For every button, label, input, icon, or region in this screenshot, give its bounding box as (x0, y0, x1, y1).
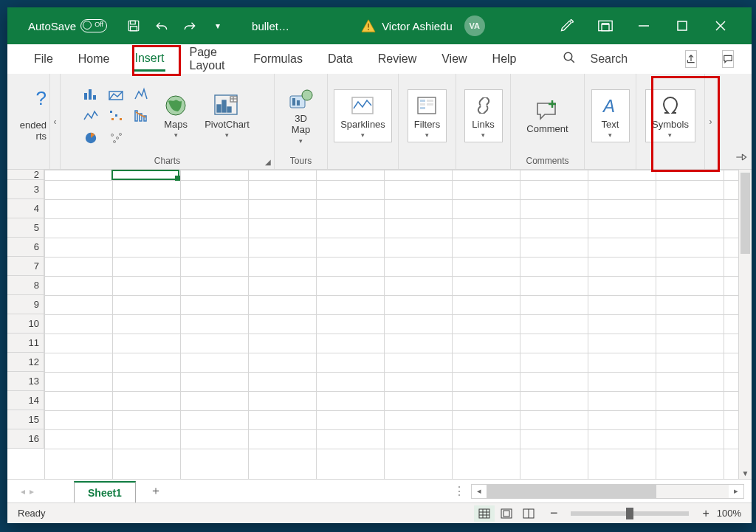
svg-rect-8 (678, 21, 687, 30)
share-button[interactable] (685, 50, 697, 68)
svg-rect-43 (420, 100, 425, 102)
tab-formulas[interactable]: Formulas (252, 48, 304, 70)
svg-rect-58 (504, 511, 509, 517)
ribbon-display-icon[interactable] (595, 15, 616, 36)
cell-selection (111, 170, 179, 180)
maximize-button[interactable] (672, 15, 693, 36)
zoom-slider[interactable] (571, 511, 689, 516)
svg-rect-39 (297, 100, 300, 106)
row-header[interactable]: 8 (7, 276, 44, 295)
row-header[interactable]: 15 (7, 410, 44, 429)
ribbon-tabs: File Home Insert Page Layout Formulas Da… (7, 44, 752, 74)
pivotchart-button[interactable]: PivotChart▾ (200, 91, 254, 141)
tab-file[interactable]: File (32, 48, 55, 70)
group-label-comments: Comments (526, 153, 568, 167)
svg-rect-18 (115, 114, 117, 117)
tab-page-layout[interactable]: Page Layout (188, 41, 230, 77)
save-icon[interactable] (126, 18, 141, 33)
tab-home[interactable]: Home (77, 48, 111, 70)
autosave-toggle[interactable]: AutoSave Off (28, 19, 107, 32)
close-button[interactable] (710, 15, 731, 36)
row-header[interactable]: 10 (7, 314, 44, 334)
svg-rect-2 (131, 27, 137, 31)
zoom-level[interactable]: 100% (717, 508, 741, 519)
links-button[interactable]: Links▾ (464, 89, 503, 143)
draw-mode-icon[interactable] (557, 15, 577, 36)
zoom-out-button[interactable]: − (550, 505, 558, 521)
svg-rect-17 (110, 111, 112, 113)
row-header[interactable]: 6 (7, 238, 44, 257)
svg-rect-14 (89, 89, 92, 100)
ribbon-insert: ? endedrts ‹ Maps▾ (7, 74, 752, 170)
status-ready: Ready (18, 508, 46, 519)
maps-button[interactable]: Maps▾ (159, 91, 193, 141)
svg-rect-46 (427, 100, 433, 102)
row-header[interactable]: 7 (7, 257, 44, 276)
row-header[interactable]: 12 (7, 353, 44, 372)
row-header[interactable]: 5 (7, 218, 44, 238)
row-header[interactable]: 16 (7, 429, 44, 449)
row-header[interactable]: 3 (7, 180, 44, 199)
row-header[interactable]: 14 (7, 391, 44, 410)
svg-rect-4 (368, 29, 369, 30)
tell-me-search[interactable]: Search (591, 52, 628, 66)
comments-pane-button[interactable] (722, 50, 734, 68)
chart-type-gallery[interactable] (80, 84, 151, 148)
zoom-in-button[interactable]: + (702, 507, 709, 520)
tab-help[interactable]: Help (491, 48, 518, 70)
view-page-layout-icon[interactable] (496, 505, 517, 522)
svg-rect-15 (93, 95, 96, 100)
svg-rect-3 (368, 24, 369, 28)
svg-point-28 (120, 134, 122, 136)
vertical-scrollbar[interactable]: ▼ (738, 170, 752, 479)
view-normal-icon[interactable] (474, 505, 495, 522)
ribbon-scroll-left[interactable]: ‹ (50, 74, 61, 169)
sparklines-button[interactable]: Sparklines▾ (334, 89, 392, 143)
svg-rect-1 (131, 21, 136, 24)
new-sheet-button[interactable]: ＋ (146, 482, 165, 501)
redo-button[interactable] (182, 18, 197, 33)
svg-rect-33 (227, 107, 231, 112)
row-header[interactable]: 13 (7, 372, 44, 391)
row-header[interactable]: 4 (7, 199, 44, 218)
title-bar: AutoSave Off ▾ bullet… Victor A (7, 7, 752, 44)
svg-rect-52 (479, 509, 489, 518)
svg-rect-6 (602, 24, 609, 31)
undo-button[interactable] (154, 18, 169, 33)
horizontal-scrollbar[interactable]: ◂▸ (471, 484, 744, 499)
tab-view[interactable]: View (440, 48, 468, 70)
sheet-nav-arrows[interactable]: ◂ ▸ (7, 486, 37, 497)
worksheet-grid[interactable]: 2345678910111213141516 ▼ (7, 170, 752, 479)
view-page-break-icon[interactable] (518, 505, 539, 522)
group-label-charts: Charts (154, 153, 180, 167)
svg-line-12 (571, 59, 574, 63)
3d-map-button[interactable]: 3D Map▾ (284, 86, 318, 146)
autosave-label: AutoSave (28, 20, 76, 32)
filters-button[interactable]: Filters▾ (408, 89, 447, 143)
tab-insert[interactable]: Insert (133, 47, 165, 72)
ribbon-scroll-right[interactable]: › (704, 74, 716, 169)
svg-rect-47 (427, 103, 433, 106)
collapse-ribbon-pin[interactable] (735, 152, 747, 165)
svg-rect-45 (420, 107, 425, 109)
row-header[interactable]: 11 (7, 334, 44, 353)
svg-rect-38 (292, 98, 295, 106)
svg-rect-31 (217, 105, 221, 112)
charts-dialog-launcher[interactable]: ◢ (265, 158, 271, 166)
minimize-button[interactable] (633, 15, 654, 36)
tab-data[interactable]: Data (326, 48, 354, 70)
recommended-charts-button[interactable]: ? endedrts (7, 74, 50, 169)
status-bar: Ready − + 100% (7, 502, 752, 523)
group-label-tours: Tours (290, 153, 312, 167)
svg-rect-19 (120, 118, 122, 120)
new-comment-button[interactable]: Comment (522, 96, 572, 137)
symbols-button[interactable]: Symbols▾ (645, 89, 695, 143)
avatar[interactable]: VA (464, 15, 485, 36)
qat-customize-icon[interactable]: ▾ (210, 18, 225, 33)
text-button[interactable]: A Text▾ (591, 89, 630, 143)
row-header[interactable]: 9 (7, 295, 44, 314)
tab-review[interactable]: Review (377, 48, 418, 70)
svg-point-27 (114, 141, 116, 143)
sheet-tab-sheet1[interactable]: Sheet1 (74, 481, 136, 503)
search-icon[interactable] (563, 51, 576, 67)
